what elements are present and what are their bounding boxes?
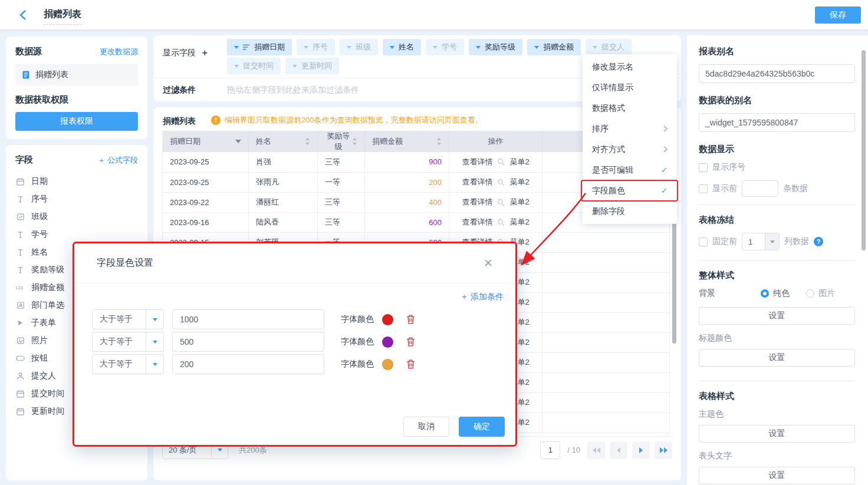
table-alias-input[interactable] [699,113,855,132]
chevron-down-icon [234,46,239,49]
view-detail-link[interactable]: 查看详情 [462,217,492,227]
menu-item[interactable]: 修改显示名 [583,57,677,77]
page-number-input[interactable] [540,441,560,459]
chevron-down-icon [146,310,163,329]
threshold-input[interactable] [172,309,324,329]
add-formula-field-link[interactable]: ＋ 公式字段 [97,155,138,166]
change-datasource-link[interactable]: 更改数据源 [100,47,138,57]
color-swatch[interactable] [382,336,393,348]
color-swatch[interactable] [382,359,393,370]
add-condition-link[interactable]: ＋ 添加条件 [460,292,504,302]
title-color-setting-button[interactable]: 设置 [699,349,855,367]
report-alias-input[interactable] [699,64,855,83]
menu2-link[interactable]: 菜单2 [509,177,529,187]
column-header[interactable]: 奖励等级 [318,131,365,152]
sort-icon [352,137,357,146]
bg-image-radio[interactable] [806,289,814,298]
bg-solid-radio[interactable] [761,289,769,298]
column-header[interactable]: 捐赠日期 [163,131,249,152]
show-index-row: 显示序号 [699,162,855,173]
back-button[interactable] [19,9,31,21]
report-permission-button[interactable]: 报表权限 [15,112,138,131]
panel-scrollbar[interactable] [862,50,866,250]
operator-select[interactable]: 大于等于 [92,354,164,374]
menu-item-label: 字段颜色 [592,186,625,196]
search-icon[interactable] [497,158,505,166]
show-first-count-input[interactable] [742,180,778,197]
display-field-chip[interactable]: 班级 [340,39,378,55]
menu2-link[interactable]: 菜单2 [509,217,529,227]
freeze-count-select[interactable]: 1 [742,233,780,250]
select-icon [15,213,25,221]
display-field-chip[interactable]: 学号 [426,39,464,55]
menu-item[interactable]: 删除字段 [583,201,677,222]
cancel-button[interactable]: 取消 [403,417,449,437]
save-button[interactable]: 保存 [815,6,861,24]
view-detail-link[interactable]: 查看详情 [462,157,492,167]
threshold-input[interactable] [172,332,324,352]
search-icon[interactable] [497,199,505,206]
display-field-chip[interactable]: 姓名 [383,39,421,55]
view-detail-link[interactable]: 查看详情 [462,197,492,207]
show-index-checkbox[interactable] [699,163,708,172]
display-field-chip[interactable]: 奖励等级 [469,39,522,55]
show-first-checkbox[interactable] [699,184,708,193]
confirm-button[interactable]: 确定 [459,417,505,437]
field-label: 学号 [31,229,48,240]
condition-rows: 大于等于字体颜色大于等于字体颜色大于等于字体颜色 [92,309,415,377]
threshold-input[interactable] [172,354,324,374]
menu-item[interactable]: 排序 [583,118,677,139]
theme-color-setting-button[interactable]: 设置 [699,425,855,443]
cell-blank [542,312,670,332]
menu-item-label: 删除字段 [592,206,625,217]
color-swatch[interactable] [382,314,393,325]
operator-select[interactable]: 大于等于 [92,309,164,329]
search-icon[interactable] [497,179,505,186]
menu-item[interactable]: 仅详情显示 [583,77,677,98]
subform-icon [15,320,25,326]
operator-select[interactable]: 大于等于 [92,332,164,352]
display-field-chip[interactable]: 序号 [297,39,335,55]
field-label: 日期 [31,176,48,187]
menu-item[interactable]: 字段颜色✓ [583,180,677,201]
cell-blank [542,372,670,392]
display-field-chip[interactable]: 捐赠金额 [527,39,581,55]
chip-label: 更新时间 [301,61,332,71]
add-display-field-button[interactable]: ＋ [200,48,209,58]
header-text-setting-button[interactable]: 设置 [699,467,855,484]
menu-item[interactable]: 是否可编辑✓ [583,160,677,180]
field-item[interactable]: 学号 [15,226,138,243]
background-setting-button[interactable]: 设置 [699,307,855,325]
menu-item[interactable]: 数据格式 [583,98,677,118]
chevron-down-icon [433,46,438,49]
delete-condition-icon[interactable] [406,315,415,324]
nav-first-button[interactable] [587,441,605,459]
menu-item[interactable]: 对齐方式 [583,139,677,160]
delete-condition-icon[interactable] [406,359,415,369]
field-item[interactable]: 班级 [15,208,138,226]
column-header[interactable]: 姓名 [249,131,318,152]
field-item[interactable]: 序号 [15,190,138,208]
display-field-chip[interactable]: 提交时间 [227,58,281,74]
nav-next-button[interactable] [632,441,650,459]
datasource-item[interactable]: 捐赠列表 [15,64,138,85]
display-field-chip[interactable]: 提交人 [586,39,632,55]
field-item[interactable]: 日期 [15,173,138,190]
display-field-chip[interactable]: 更新时间 [285,58,339,74]
help-icon[interactable] [814,237,823,246]
delete-condition-icon[interactable] [406,337,415,347]
close-icon[interactable]: ✕ [484,258,493,269]
menu2-link[interactable]: 菜单2 [509,197,529,207]
freeze-checkbox[interactable] [699,237,708,246]
search-icon[interactable] [497,219,505,226]
chevron-down-icon [476,46,481,49]
column-header[interactable]: 捐赠金额 [365,131,449,152]
nav-last-button[interactable] [655,441,672,459]
datasource-card: 数据源 更改数据源 捐赠列表 数据获取权限 报表权限 [6,37,147,139]
menu2-link[interactable]: 菜单2 [509,157,529,167]
view-detail-link[interactable]: 查看详情 [462,177,492,187]
nav-prev-button[interactable] [610,441,627,459]
font-color-label: 字体颜色 [341,359,374,369]
display-field-chip[interactable]: 捐赠日期 [227,39,292,55]
check-icon: ✓ [661,186,668,195]
